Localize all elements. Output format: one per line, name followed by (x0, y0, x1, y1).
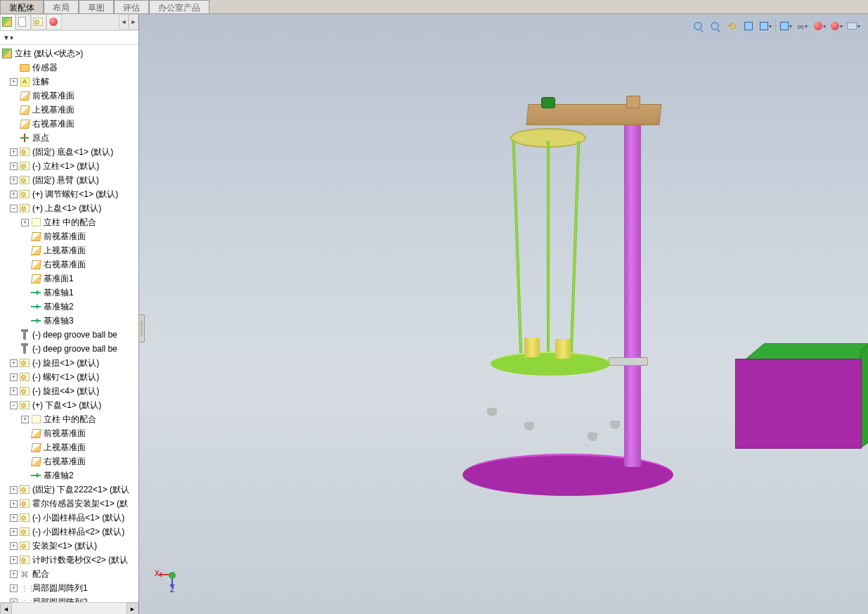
expander-icon[interactable]: + (10, 570, 18, 578)
expander-icon[interactable]: + (10, 556, 18, 564)
zoom-area-button[interactable] (707, 18, 723, 34)
tree-part-botdisc[interactable]: −(+) 下盘<1> (默认) (0, 398, 138, 412)
tree-annotations[interactable]: +A注解 (0, 75, 138, 89)
tree-top-plane-child2[interactable]: 上视基准面 (0, 440, 138, 454)
expander-icon[interactable]: + (10, 191, 18, 198)
expander-icon[interactable]: + (10, 162, 18, 170)
tree-torque4[interactable]: +(-) 旋扭<4> (默认) (0, 384, 138, 398)
tree-part-bot2[interactable]: +(固定) 下盘2222<1> (默认 (0, 482, 138, 497)
part-icon (19, 146, 30, 158)
section-view-button[interactable] (741, 18, 756, 34)
hide-show-button[interactable]: ∞▾ (795, 18, 810, 34)
graphics-viewport[interactable]: ⟲ ▾ ▾ ∞▾ ▾ ▾ ▾ (139, 14, 868, 614)
panel-splitter-handle[interactable] (139, 314, 145, 343)
zoom-prev-button[interactable]: ⟲ (724, 18, 739, 34)
sidebar-hscroll[interactable]: ◄ ► (0, 602, 138, 614)
tree-top-plane-child[interactable]: 上视基准面 (0, 243, 138, 257)
tree-root[interactable]: 立柱 (默认<状态>) (0, 46, 138, 60)
expander-icon[interactable]: + (10, 500, 18, 508)
hscroll-track[interactable] (12, 603, 127, 614)
zoom-fit-button[interactable] (690, 18, 706, 34)
tree-mates-in-column2[interactable]: +立柱 中的配合 (0, 412, 138, 426)
tree-pattern2[interactable]: +局部圆周阵列2 (0, 595, 138, 602)
expander-icon[interactable]: − (10, 402, 18, 409)
view-orientation-button[interactable]: ▾ (758, 18, 773, 34)
tree-axis1[interactable]: 基准轴1 (0, 286, 138, 300)
hscroll-right[interactable]: ► (127, 603, 138, 614)
tab-layout[interactable]: 布局 (44, 0, 79, 13)
part-icon (19, 203, 30, 214)
feature-manager-panel: ◄ ► ▼▾ 立柱 (默认<状态>) 传感器 +A注解 前视基准面 上视基准面 … (0, 14, 139, 614)
tree-top-plane[interactable]: 上视基准面 (0, 103, 138, 117)
render-button[interactable]: ▾ (846, 18, 861, 34)
expander-icon[interactable]: + (10, 514, 18, 522)
tab-sketch[interactable]: 草图 (79, 0, 114, 13)
tree-axis2b[interactable]: 基准轴2 (0, 468, 138, 482)
orientation-triad[interactable]: X Z (155, 559, 190, 594)
tree-bearing2[interactable]: (-) deep groove ball be (0, 342, 138, 356)
tree-front-plane[interactable]: 前视基准面 (0, 89, 138, 103)
expander-icon[interactable]: + (10, 177, 18, 184)
panel-prev-button[interactable]: ◄ (119, 14, 129, 30)
expander-icon[interactable]: + (10, 584, 18, 592)
tree-front-plane-child[interactable]: 前视基准面 (0, 229, 138, 243)
tree-cylinder2[interactable]: +(-) 小圆柱样品<2> (默认) (0, 525, 138, 539)
tree-front-plane-child2[interactable]: 前视基准面 (0, 426, 138, 440)
expander-icon[interactable]: + (21, 416, 29, 423)
tree-part-base[interactable]: +(固定) 底盘<1> (默认) (0, 145, 138, 159)
sidebar-tab-property[interactable] (15, 14, 31, 30)
scene-button[interactable]: ▾ (829, 18, 844, 34)
annotation-icon: A (19, 76, 30, 87)
tree-axis3[interactable]: 基准轴3 (0, 314, 138, 328)
tree-bearing1[interactable]: (-) deep groove ball be (0, 328, 138, 342)
tree-part-arm[interactable]: +(固定) 悬臂 (默认) (0, 173, 138, 187)
tree-mates-in-column[interactable]: +立柱 中的配合 (0, 215, 138, 229)
appearance-button[interactable]: ▾ (812, 18, 827, 34)
tree-plane1[interactable]: 基准面1 (0, 271, 138, 286)
tree-timer[interactable]: +计时计数毫秒仪<2> (默认 (0, 553, 138, 567)
expander-icon[interactable]: − (10, 205, 18, 212)
plane-icon (30, 273, 41, 284)
sidebar-tab-feature-tree[interactable] (0, 14, 15, 30)
tree-cylinder1[interactable]: +(-) 小圆柱样品<1> (默认) (0, 511, 138, 525)
tree-sensors[interactable]: 传感器 (0, 60, 138, 75)
expander-icon[interactable]: + (10, 528, 18, 536)
tree-part-topdisc[interactable]: −(+) 上盘<1> (默认) (0, 201, 138, 215)
sphere-icon (814, 22, 822, 30)
sidebar-tab-appearance[interactable] (46, 14, 62, 30)
tree-hall-sensor[interactable]: +霍尔传感器安装架<1> (默 (0, 497, 138, 511)
tree-right-plane-child[interactable]: 右视基准面 (0, 257, 138, 271)
tree-right-plane[interactable]: 右视基准面 (0, 117, 138, 131)
tree-mount[interactable]: +安装架<1> (默认) (0, 539, 138, 553)
tree-part-column[interactable]: +(-) 立柱<1> (默认) (0, 159, 138, 173)
tree-right-plane-child2[interactable]: 右视基准面 (0, 454, 138, 468)
expander-icon[interactable]: + (10, 359, 18, 367)
tree-pattern1[interactable]: +局部圆周阵列1 (0, 581, 138, 595)
tree-mates[interactable]: +⌘配合 (0, 567, 138, 581)
tree-axis2[interactable]: 基准轴2 (0, 300, 138, 314)
model-mid-disc (491, 352, 610, 376)
expander-icon[interactable]: + (10, 148, 18, 156)
panel-next-button[interactable]: ► (129, 14, 138, 30)
tree-filter-dropdown[interactable]: ▼▾ (3, 34, 13, 41)
tree-origin[interactable]: 原点 (0, 131, 138, 145)
tree-bolt1[interactable]: +(-) 螺钉<1> (默认) (0, 370, 138, 384)
feature-tree[interactable]: 立柱 (默认<状态>) 传感器 +A注解 前视基准面 上视基准面 右视基准面 原… (0, 45, 138, 602)
expander-icon[interactable]: + (10, 373, 18, 381)
expander-icon[interactable]: + (10, 542, 18, 550)
tree-label: 立柱 中的配合 (44, 217, 96, 229)
hscroll-left[interactable]: ◄ (0, 603, 12, 614)
tree-label: 上视基准面 (44, 442, 86, 454)
tab-office[interactable]: 办公室产品 (149, 0, 209, 13)
expander-icon[interactable]: + (10, 388, 18, 395)
tree-torque1[interactable]: +(-) 旋扭<1> (默认) (0, 356, 138, 370)
expander-icon[interactable]: + (10, 486, 18, 494)
expander-icon[interactable]: + (10, 78, 18, 86)
tab-evaluate[interactable]: 评估 (114, 0, 149, 13)
tree-part-screw[interactable]: +(+) 调节螺钉<1> (默认) (0, 187, 138, 201)
mates-icon: ⌘ (19, 568, 30, 580)
sidebar-tab-config[interactable] (31, 14, 46, 30)
expander-icon[interactable]: + (21, 219, 29, 226)
tab-assembly[interactable]: 装配体 (0, 0, 44, 13)
display-style-button[interactable]: ▾ (778, 18, 793, 34)
